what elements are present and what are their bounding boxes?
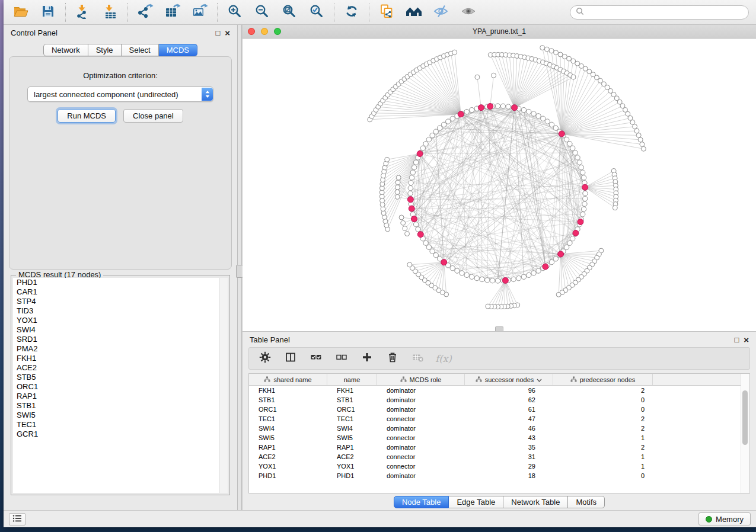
network-leaf-node[interactable] xyxy=(486,304,490,309)
search-box[interactable] xyxy=(570,5,749,20)
network-node[interactable] xyxy=(410,170,415,175)
network-node[interactable] xyxy=(531,271,536,275)
network-leaf-node[interactable] xyxy=(549,49,554,53)
network-node[interactable] xyxy=(564,137,569,142)
first-neighbors-button[interactable] xyxy=(405,4,423,21)
float-table-panel-icon[interactable]: □ xyxy=(734,336,739,344)
network-hub-node[interactable] xyxy=(558,251,564,257)
apply-preferred-layout-button[interactable] xyxy=(343,4,361,21)
column-header-predecessor-nodes[interactable]: predecessor nodes xyxy=(553,374,653,385)
network-node[interactable] xyxy=(553,126,558,130)
tab-select[interactable]: Select xyxy=(122,44,159,56)
network-node[interactable] xyxy=(581,175,586,180)
table-row[interactable]: FKH1FKH1dominator962 xyxy=(249,386,749,395)
network-node[interactable] xyxy=(583,191,588,196)
network-hub-node[interactable] xyxy=(578,219,583,225)
network-node[interactable] xyxy=(423,141,428,146)
network-hub-node[interactable] xyxy=(573,230,579,236)
network-node[interactable] xyxy=(553,257,558,261)
network-node[interactable] xyxy=(433,129,438,134)
network-graph[interactable] xyxy=(243,39,756,331)
network-leaf-node[interactable] xyxy=(395,180,400,185)
network-node[interactable] xyxy=(426,245,431,249)
window-zoom-icon[interactable] xyxy=(274,28,281,35)
mcds-result-item[interactable]: FKH1 xyxy=(13,354,228,363)
mcds-result-item[interactable]: ACE2 xyxy=(13,363,228,373)
network-hub-node[interactable] xyxy=(409,206,414,211)
mcds-result-item[interactable]: CAR1 xyxy=(13,287,228,297)
deselect-all-columns-button[interactable] xyxy=(335,352,348,365)
network-hub-node[interactable] xyxy=(512,105,518,111)
table-row[interactable]: SWI4SWI4dominator462 xyxy=(249,424,749,433)
network-node[interactable] xyxy=(413,222,418,227)
mcds-list-scrollbar[interactable] xyxy=(219,278,228,493)
network-node[interactable] xyxy=(536,114,541,118)
hide-selected-button[interactable] xyxy=(432,4,450,21)
network-leaf-node[interactable] xyxy=(395,190,400,194)
network-node[interactable] xyxy=(416,227,420,232)
network-leaf-node[interactable] xyxy=(634,129,639,133)
network-leaf-node[interactable] xyxy=(385,157,390,162)
network-leaf-node[interactable] xyxy=(562,54,567,59)
mcds-result-item[interactable]: RAP1 xyxy=(13,392,228,401)
network-node[interactable] xyxy=(490,278,495,283)
table-row[interactable]: TEC1TEC1connector472 xyxy=(249,414,749,424)
mcds-result-item[interactable]: GCR1 xyxy=(13,430,228,439)
column-header-shared-name[interactable]: shared name xyxy=(249,374,327,385)
network-node[interactable] xyxy=(545,119,550,124)
network-node[interactable] xyxy=(409,180,413,185)
network-node[interactable] xyxy=(582,201,587,206)
network-node[interactable] xyxy=(441,122,446,127)
float-panel-icon[interactable]: □ xyxy=(215,29,220,37)
delete-columns-button[interactable] xyxy=(386,352,399,365)
tab-edge-table[interactable]: Edge Table xyxy=(449,496,503,508)
zoom-in-button[interactable] xyxy=(226,4,244,21)
zoom-fit-button[interactable] xyxy=(280,4,298,21)
network-node[interactable] xyxy=(567,241,572,245)
network-node[interactable] xyxy=(446,119,451,124)
column-header-name[interactable]: name xyxy=(327,374,377,385)
network-leaf-node[interactable] xyxy=(395,194,400,199)
close-table-panel-icon[interactable]: × xyxy=(744,335,749,344)
mcds-result-item[interactable]: SWI4 xyxy=(13,325,228,335)
mcds-result-item[interactable]: TEC1 xyxy=(13,420,228,430)
network-node[interactable] xyxy=(420,146,425,150)
network-leaf-node[interactable] xyxy=(544,47,549,52)
network-hub-node[interactable] xyxy=(502,277,508,283)
network-node[interactable] xyxy=(579,165,583,169)
network-hub-node[interactable] xyxy=(417,232,423,238)
network-leaf-node[interactable] xyxy=(395,185,400,190)
table-row[interactable]: STB1STB1dominator620 xyxy=(249,395,749,405)
network-node[interactable] xyxy=(412,165,417,169)
network-node[interactable] xyxy=(541,116,546,121)
network-hub-node[interactable] xyxy=(458,111,464,117)
network-leaf-node[interactable] xyxy=(475,75,480,79)
mcds-result-item[interactable]: STB1 xyxy=(13,401,228,411)
network-leaf-node[interactable] xyxy=(556,292,561,297)
network-node[interactable] xyxy=(521,274,526,279)
zoom-selected-button[interactable] xyxy=(308,4,326,21)
show-columns-button[interactable] xyxy=(284,352,297,365)
network-node[interactable] xyxy=(531,111,536,116)
open-file-button[interactable] xyxy=(12,4,30,21)
network-leaf-node[interactable] xyxy=(405,232,410,236)
show-all-button[interactable] xyxy=(460,4,477,21)
network-node[interactable] xyxy=(438,126,442,130)
select-all-columns-button[interactable] xyxy=(310,352,323,365)
network-node[interactable] xyxy=(430,133,435,137)
clone-network-button[interactable] xyxy=(378,4,395,21)
memory-button[interactable]: Memory xyxy=(698,512,751,525)
table-row[interactable]: ORC1ORC1dominator610 xyxy=(249,405,749,414)
network-node[interactable] xyxy=(567,141,572,146)
network-node[interactable] xyxy=(506,104,511,109)
mcds-result-item[interactable]: ORC1 xyxy=(13,382,228,392)
network-node[interactable] xyxy=(474,275,479,280)
network-node[interactable] xyxy=(549,259,554,264)
table-scrollbar-thumb[interactable] xyxy=(742,390,748,445)
table-row[interactable]: ACE2ACE2connector311 xyxy=(249,452,749,462)
mcds-result-item[interactable]: SWI5 xyxy=(13,411,228,420)
import-network-button[interactable] xyxy=(74,4,92,21)
create-column-button[interactable] xyxy=(361,352,374,365)
network-node[interactable] xyxy=(581,207,586,211)
network-node[interactable] xyxy=(577,160,582,165)
